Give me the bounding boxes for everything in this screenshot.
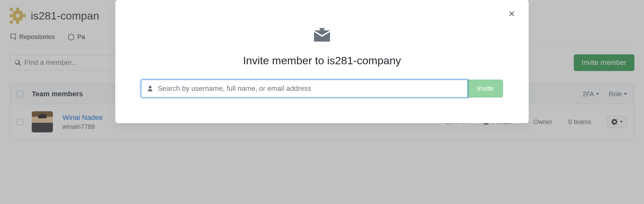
invite-modal: Invite member to is281-company Invite [115,0,529,123]
modal-close-button[interactable] [508,10,516,19]
modal-form: Invite [141,80,503,98]
modal-title: Invite member to is281-company [141,54,503,67]
envelope-icon [141,26,503,45]
modal-search-input[interactable] [158,84,462,93]
modal-invite-button[interactable]: Invite [468,80,503,98]
modal-overlay[interactable]: Invite member to is281-company Invite [0,0,644,204]
person-icon [146,85,154,92]
modal-search-wrap[interactable] [141,80,468,98]
close-icon [508,10,516,18]
